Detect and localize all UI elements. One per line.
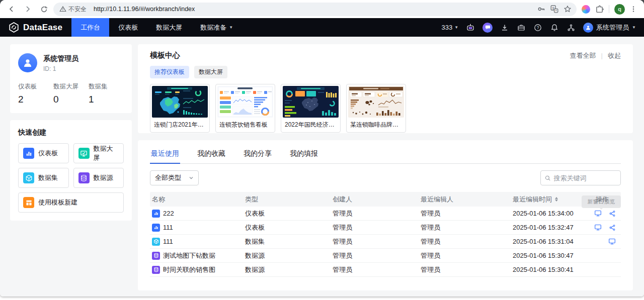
row-edit-time: 2025-01-06 15:30:47 bbox=[511, 252, 584, 259]
datasource-database-icon bbox=[152, 252, 160, 260]
menu-item-workbench[interactable]: 工作台 bbox=[71, 18, 109, 37]
row-creator: 管理员 bbox=[331, 251, 419, 260]
template-card-coffee-brand-stores[interactable]: 某连锁咖啡品牌门店数... bbox=[346, 84, 406, 133]
data-screen-icon bbox=[78, 148, 90, 159]
user-menu[interactable]: 系统管理员 ▼ bbox=[583, 23, 636, 33]
ai-assistant-button[interactable] bbox=[466, 23, 475, 32]
browser-menu-icon[interactable] bbox=[630, 5, 637, 13]
row-name[interactable]: 测试地图下钻数据 bbox=[150, 251, 243, 260]
download-center-button[interactable] bbox=[500, 23, 509, 32]
row-name[interactable]: 111 bbox=[150, 238, 243, 246]
col-type[interactable]: 类型 bbox=[243, 195, 331, 204]
table-row[interactable]: 111仪表板管理员管理员2025-01-06 15:32:47 bbox=[150, 221, 621, 235]
search-input[interactable] bbox=[553, 174, 616, 182]
search-box[interactable] bbox=[540, 170, 621, 185]
template-thumbnail-dark-map-dashboard bbox=[152, 86, 208, 118]
quick-create-dashboard-button[interactable]: 仪表板 bbox=[18, 143, 69, 163]
org-switcher[interactable]: 333▼ bbox=[441, 24, 458, 31]
menu-item-dataprep[interactable]: 数据准备▼ bbox=[191, 18, 242, 37]
col-edit-time[interactable]: 最近编辑时间 bbox=[511, 195, 584, 204]
password-key-icon[interactable] bbox=[537, 5, 545, 13]
share-icon[interactable] bbox=[609, 210, 616, 217]
extension-brain-icon[interactable] bbox=[582, 5, 590, 14]
person-icon bbox=[585, 25, 591, 31]
template-card-2022-economy-stats[interactable]: 2022年国民经济统计... bbox=[281, 84, 341, 133]
chip-recommended-dashboards[interactable]: 推荐仪表板 bbox=[150, 66, 189, 78]
brand[interactable]: DataEase bbox=[0, 22, 71, 33]
share-icon[interactable] bbox=[609, 224, 616, 231]
url-text[interactable]: http://10.1.11.96/#/workbranch/index bbox=[94, 6, 534, 13]
quick-create-screen-button[interactable]: 数据大屏 bbox=[73, 143, 124, 163]
user-avatar bbox=[583, 23, 593, 33]
svg-text:A: A bbox=[555, 9, 557, 12]
template-thumbnail-dark-economy-dashboard bbox=[283, 86, 339, 118]
bookmark-star-icon[interactable] bbox=[564, 5, 572, 13]
user-name: 系统管理员 bbox=[596, 23, 629, 32]
collapse-link[interactable]: 收起 bbox=[608, 51, 621, 60]
tab-recently-used[interactable]: 最近使用 bbox=[150, 145, 180, 163]
menu-item-dataviz[interactable]: 数据大屏 bbox=[147, 18, 191, 37]
app-navbar: DataEase 工作台 仪表板 数据大屏 数据准备▼ 333▼ ? bbox=[0, 18, 644, 37]
template-card-tea-sales-board[interactable]: 连锁茶饮销售看板 bbox=[215, 84, 275, 133]
preview-new-window-icon[interactable] bbox=[594, 224, 602, 231]
table-row[interactable]: 111数据集管理员管理员2025-01-06 15:31:04 bbox=[150, 235, 621, 249]
address-bar[interactable]: 不安全 http://10.1.11.96/#/workbranch/index… bbox=[53, 3, 577, 16]
row-name[interactable]: 111 bbox=[150, 224, 243, 232]
dataset-cube-icon bbox=[152, 238, 160, 246]
col-name[interactable]: 名称 bbox=[150, 195, 243, 204]
row-type: 数据源 bbox=[243, 265, 331, 274]
template-center-title: 模板中心 bbox=[150, 51, 180, 60]
main-menu: 工作台 仪表板 数据大屏 数据准备▼ bbox=[71, 18, 242, 37]
workspace-tabs: 最近使用 我的收藏 我的分享 我的填报 bbox=[150, 145, 621, 164]
type-filter-select[interactable]: 全部类型 bbox=[150, 170, 199, 185]
security-chip[interactable]: 不安全 bbox=[55, 3, 91, 16]
quick-create-from-template-button[interactable]: 使用模板新建 bbox=[18, 192, 124, 213]
sort-icon[interactable] bbox=[555, 197, 558, 202]
col-creator[interactable]: 创建人 bbox=[331, 195, 419, 204]
row-editor: 管理员 bbox=[419, 237, 511, 246]
chevron-down-icon: ▼ bbox=[229, 25, 233, 30]
quick-create-title: 快速创建 bbox=[18, 128, 124, 137]
row-name[interactable]: 222 bbox=[150, 210, 243, 218]
row-edit-time: 2025-01-06 15:30:41 bbox=[511, 266, 584, 273]
quick-create-datasource-button[interactable]: 数据源 bbox=[73, 168, 124, 188]
preview-new-window-icon[interactable] bbox=[608, 238, 616, 245]
toolbox-icon bbox=[517, 24, 525, 32]
person-icon bbox=[22, 57, 33, 68]
translate-icon[interactable]: 文A bbox=[550, 5, 558, 13]
row-type: 数据集 bbox=[243, 237, 331, 246]
help-button[interactable]: ? bbox=[533, 23, 542, 32]
col-editor[interactable]: 最近编辑人 bbox=[419, 195, 511, 204]
message-center-button[interactable] bbox=[482, 23, 493, 33]
toolbox-button[interactable] bbox=[517, 23, 526, 32]
browser-back-button[interactable] bbox=[5, 3, 18, 16]
extensions-puzzle-icon[interactable] bbox=[595, 5, 604, 14]
org-structure-button[interactable] bbox=[567, 23, 576, 32]
dataset-cube-icon bbox=[23, 172, 34, 183]
quick-create-dataset-button[interactable]: 数据集 bbox=[18, 168, 69, 188]
menu-item-dashboard[interactable]: 仪表板 bbox=[109, 18, 147, 37]
table-row[interactable]: 时间关联的销售图数据源管理员管理员2025-01-06 15:30:41 bbox=[150, 263, 621, 277]
table-row[interactable]: 测试地图下钻数据数据源管理员管理员2025-01-06 15:30:47 bbox=[150, 249, 621, 263]
browser-forward-button[interactable] bbox=[21, 3, 34, 16]
browser-refresh-button[interactable] bbox=[37, 3, 50, 16]
tab-my-favorites[interactable]: 我的收藏 bbox=[196, 145, 226, 163]
tab-my-reports[interactable]: 我的填报 bbox=[289, 145, 319, 163]
stat-datasets[interactable]: 数据集 1 bbox=[89, 82, 124, 105]
browser-profile-avatar[interactable]: q bbox=[614, 4, 625, 15]
row-editor: 管理员 bbox=[419, 223, 511, 232]
notifications-button[interactable] bbox=[550, 23, 559, 32]
tab-my-shares[interactable]: 我的分享 bbox=[243, 145, 273, 163]
stat-dashboards[interactable]: 仪表板 2 bbox=[18, 82, 53, 105]
stat-screens[interactable]: 数据大屏 0 bbox=[53, 82, 89, 105]
profile-id: ID: 1 bbox=[43, 65, 78, 72]
table-row[interactable]: 222仪表板管理员管理员2025-01-06 15:34:00 bbox=[150, 207, 621, 221]
row-name[interactable]: 时间关联的销售图 bbox=[150, 265, 243, 274]
view-all-link[interactable]: 查看全部 bbox=[570, 51, 596, 60]
row-edit-time: 2025-01-06 15:34:00 bbox=[511, 210, 584, 217]
chip-data-screens[interactable]: 数据大屏 bbox=[194, 66, 227, 78]
chat-bubble-icon bbox=[485, 25, 491, 30]
template-card-chain-store-sales[interactable]: 连锁门店2021年销售... bbox=[150, 84, 210, 133]
svg-text:?: ? bbox=[537, 25, 539, 30]
quick-create-card: 快速创建 仪表板 数据大屏 bbox=[10, 120, 132, 221]
